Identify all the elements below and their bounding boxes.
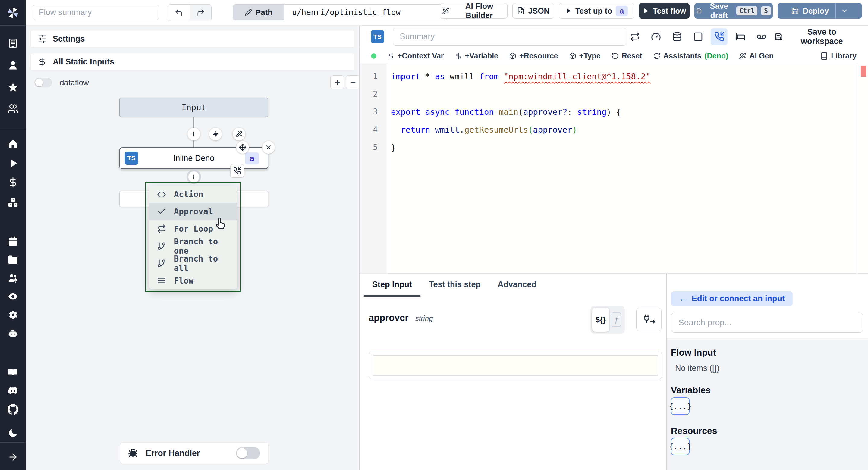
discord-icon[interactable] <box>0 384 26 397</box>
dataflow-toggle[interactable] <box>34 78 52 87</box>
kbd-ctrl: Ctrl <box>736 6 758 15</box>
user-icon[interactable] <box>0 59 26 72</box>
chevron-down-icon[interactable] <box>841 7 848 15</box>
moon-icon[interactable] <box>0 427 26 439</box>
dollar-icon <box>387 53 395 60</box>
tab-advanced[interactable]: Advanced <box>489 274 545 297</box>
variables-object-chip[interactable]: {...} <box>671 397 689 415</box>
search-prop-input[interactable] <box>671 313 863 333</box>
editor-code[interactable]: import * as wmill from "npm:windmill-cli… <box>391 67 850 273</box>
mock-icon[interactable] <box>753 28 770 45</box>
test-up-to-button[interactable]: Test up to a <box>559 3 634 19</box>
test-flow-button[interactable]: Test flow <box>639 3 689 19</box>
add-variable-button[interactable]: +Variable <box>455 52 498 60</box>
connect-input-button[interactable] <box>636 308 661 331</box>
early-stop-icon[interactable] <box>647 28 664 45</box>
mouse-cursor <box>213 216 227 230</box>
step-node-inline-deno[interactable]: TS Inline Deno a <box>119 147 268 169</box>
add-context-var-button[interactable]: +Context Var <box>387 52 444 60</box>
arrow-right-icon[interactable] <box>0 451 26 463</box>
sidebar-divider <box>0 442 26 443</box>
users-icon[interactable] <box>0 102 26 115</box>
path-value[interactable]: u/henri/optimistic_flow <box>284 4 447 20</box>
json-button[interactable]: JSON <box>513 3 554 19</box>
zoom-in-button[interactable]: + <box>330 75 344 89</box>
building-icon[interactable] <box>0 37 26 50</box>
path-field[interactable]: Path u/henri/optimistic_flow <box>233 4 447 21</box>
code-line[interactable]: import * as wmill from "npm:windmill-cli… <box>391 67 850 85</box>
trigger-button[interactable] <box>209 128 222 140</box>
expr-mode-button[interactable]: ${} <box>592 308 609 332</box>
editor-error-marker <box>861 66 866 76</box>
delete-step-button[interactable] <box>262 141 275 154</box>
kbd-s: S <box>761 6 771 15</box>
ai-flow-builder-button[interactable]: AI Flow Builder <box>440 3 507 19</box>
suspend-approval-icon[interactable] <box>711 28 727 45</box>
home-icon[interactable] <box>0 137 26 150</box>
dollar-icon[interactable] <box>0 176 26 189</box>
cache-icon[interactable] <box>669 28 685 45</box>
library-button[interactable]: Library <box>818 51 858 61</box>
all-static-inputs-row[interactable]: All Static Inputs <box>31 53 354 70</box>
resources-object-chip[interactable]: {...} <box>671 438 689 455</box>
ai-gen-button[interactable]: AI Gen <box>739 52 774 60</box>
book-open-icon[interactable] <box>0 366 26 379</box>
code-icon <box>157 190 166 199</box>
github-icon[interactable] <box>0 403 26 416</box>
code-editor[interactable]: 12345 import * as wmill from "npm:windmi… <box>360 64 868 274</box>
code-line[interactable]: } <box>391 138 850 156</box>
sleep-icon[interactable] <box>732 28 749 45</box>
ai-insert-button[interactable] <box>233 128 245 140</box>
menu-item-flow[interactable]: Flow <box>149 272 237 289</box>
menu-item-branch-to-one[interactable]: Branch to one <box>149 238 237 255</box>
undo-button[interactable] <box>168 4 190 21</box>
assistants-button[interactable]: Assistants(Deno) <box>653 52 728 60</box>
menu-item-action[interactable]: Action <box>149 186 237 203</box>
folder-icon[interactable] <box>0 253 26 266</box>
error-handler-toggle[interactable] <box>236 447 260 459</box>
eye-icon[interactable] <box>0 290 26 303</box>
flow-input-node[interactable]: Input <box>119 98 268 117</box>
flow-summary-input[interactable] <box>33 5 159 20</box>
retries-icon[interactable] <box>626 28 643 45</box>
save-draft-button[interactable]: Save draft Ctrl S <box>694 3 773 19</box>
line-number: 4 <box>360 121 387 138</box>
insert-step-button[interactable] <box>187 128 200 140</box>
language-ready-dot <box>371 53 376 59</box>
editor-scrollbar[interactable] <box>858 64 858 273</box>
code-line[interactable] <box>391 85 850 103</box>
deploy-button[interactable]: Deploy <box>778 3 862 19</box>
reset-button[interactable]: Reset <box>612 52 642 60</box>
add-resource-button[interactable]: +Resource <box>509 52 558 60</box>
star-icon[interactable] <box>0 81 26 94</box>
boxes-icon[interactable] <box>0 196 26 209</box>
gear-icon[interactable] <box>0 309 26 321</box>
code-line[interactable]: return wmill.getResumeUrls(approver) <box>391 121 850 138</box>
fn-mode-button[interactable]: f <box>610 311 623 329</box>
variables-title: Variables <box>671 385 711 395</box>
check-icon <box>157 207 166 216</box>
edit-or-connect-button[interactable]: ← Edit or connect an input <box>671 291 793 306</box>
code-line[interactable]: export async function main(approver?: st… <box>391 103 850 121</box>
error-handler-label: Error Handler <box>146 448 200 458</box>
play-icon[interactable] <box>0 157 26 169</box>
editor-gutter: 12345 <box>360 64 387 273</box>
step-summary-input[interactable] <box>393 28 627 46</box>
concurrency-icon[interactable] <box>689 28 707 45</box>
tab-step-input[interactable]: Step Input <box>364 274 421 297</box>
zoom-out-button[interactable]: − <box>346 75 360 89</box>
bot-icon[interactable] <box>0 327 26 340</box>
redo-button[interactable] <box>190 4 211 21</box>
save-to-workspace-button[interactable]: Save to workspace <box>775 27 857 46</box>
approver-value-input[interactable] <box>369 352 662 379</box>
step-bottom-region: Step InputTest this stepAdvanced approve… <box>360 274 868 470</box>
tab-test-this-step[interactable]: Test this step <box>421 274 489 297</box>
error-handler-row[interactable]: Error Handler <box>120 442 268 464</box>
users-cog-icon[interactable] <box>0 272 26 284</box>
dollar-icon <box>38 57 47 66</box>
flow-settings-row[interactable]: Settings <box>31 30 354 48</box>
menu-item-branch-to-all[interactable]: Branch to all <box>149 255 237 272</box>
calendar-icon[interactable] <box>0 235 26 248</box>
add-type-button[interactable]: +Type <box>569 52 601 60</box>
move-step-handle[interactable] <box>236 141 249 154</box>
